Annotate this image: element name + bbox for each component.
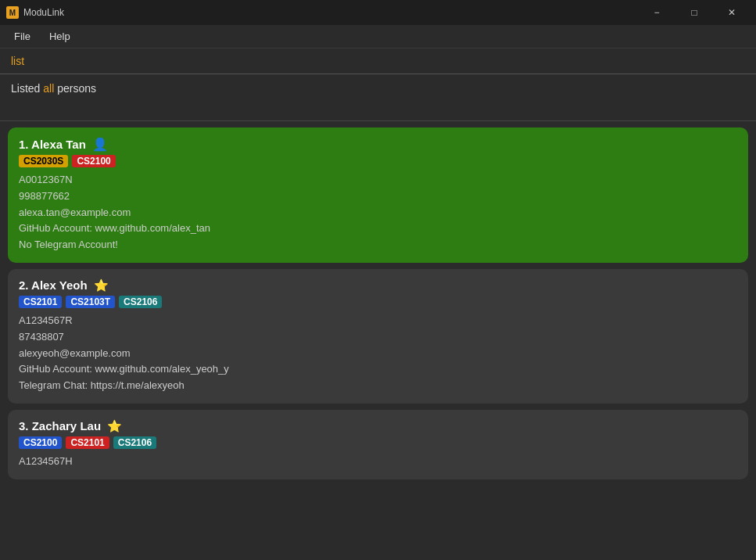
person-name-2: 3. Zachary Lau <box>19 419 101 433</box>
menu-help[interactable]: Help <box>41 27 78 45</box>
person-tags-2: CS2100CS2101CS2106 <box>19 436 737 449</box>
tag-2-1: CS2101 <box>66 436 109 449</box>
person-detail-1: A1234567R87438807alexyeoh@example.comGit… <box>19 313 737 394</box>
detail-line: alexyeoh@example.com <box>19 346 737 362</box>
title-bar-left: M ModuLink <box>6 6 64 19</box>
output-highlight: all <box>43 82 54 95</box>
tag-1-1: CS2103T <box>66 296 115 308</box>
output-area: Listed all persons <box>0 74 756 121</box>
close-button[interactable]: ✕ <box>714 0 750 25</box>
detail-line: Telegram Chat: https://t.me/alexyeoh <box>19 378 737 394</box>
tag-2-2: CS2106 <box>113 436 156 449</box>
person-icon-0: 👤 <box>92 137 108 152</box>
output-suffix: persons <box>54 82 96 95</box>
detail-line: A1234567H <box>19 454 737 470</box>
persons-list: 1. Alexa Tan👤CS2030SCS2100A0012367N99887… <box>0 121 756 539</box>
detail-line: GitHub Account: www.github.com/alex_tan <box>19 221 737 237</box>
person-tags-1: CS2101CS2103TCS2106 <box>19 296 737 308</box>
window-controls: − □ ✕ <box>639 0 750 25</box>
person-tags-0: CS2030SCS2100 <box>19 155 737 167</box>
output-prefix: Listed <box>11 82 43 95</box>
detail-line: A0012367N <box>19 172 737 188</box>
person-card-2[interactable]: 3. Zachary Lau⭐CS2100CS2101CS2106A123456… <box>8 410 748 479</box>
detail-line: 998877662 <box>19 188 737 205</box>
tag-1-0: CS2101 <box>19 296 62 308</box>
app-title: ModuLink <box>23 7 64 18</box>
tag-1-2: CS2106 <box>119 296 162 308</box>
person-detail-0: A0012367N998877662alexa.tan@example.comG… <box>19 172 737 253</box>
output-text: Listed all persons <box>11 82 745 95</box>
menu-bar: File Help <box>0 25 756 48</box>
detail-line: alexa.tan@example.com <box>19 205 737 221</box>
detail-line: No Telegram Account! <box>19 237 737 253</box>
person-header-2: 3. Zachary Lau⭐ <box>19 419 737 433</box>
title-bar: M ModuLink − □ ✕ <box>0 0 756 25</box>
minimize-button[interactable]: − <box>639 0 675 25</box>
tag-0-0: CS2030S <box>19 155 68 167</box>
person-header-1: 2. Alex Yeoh⭐ <box>19 278 737 293</box>
person-header-0: 1. Alexa Tan👤 <box>19 137 737 152</box>
tag-2-0: CS2100 <box>19 436 62 449</box>
detail-line: A1234567R <box>19 313 737 329</box>
maximize-button[interactable]: □ <box>676 0 712 25</box>
person-card-0[interactable]: 1. Alexa Tan👤CS2030SCS2100A0012367N99887… <box>8 127 748 263</box>
menu-file[interactable]: File <box>6 27 38 45</box>
detail-line: 87438807 <box>19 329 737 346</box>
star-icon-2: ⭐ <box>107 419 122 433</box>
tag-0-1: CS2100 <box>72 155 115 167</box>
star-icon-1: ⭐ <box>94 278 109 293</box>
detail-line: GitHub Account: www.github.com/alex_yeoh… <box>19 361 737 378</box>
person-detail-2: A1234567H <box>19 454 737 470</box>
person-card-1[interactable]: 2. Alex Yeoh⭐CS2101CS2103TCS2106A1234567… <box>8 269 748 404</box>
person-name-0: 1. Alexa Tan <box>19 138 86 151</box>
app-icon: M <box>6 6 19 19</box>
person-name-1: 2. Alex Yeoh <box>19 278 88 292</box>
command-area <box>0 48 756 74</box>
command-input[interactable] <box>11 55 745 67</box>
